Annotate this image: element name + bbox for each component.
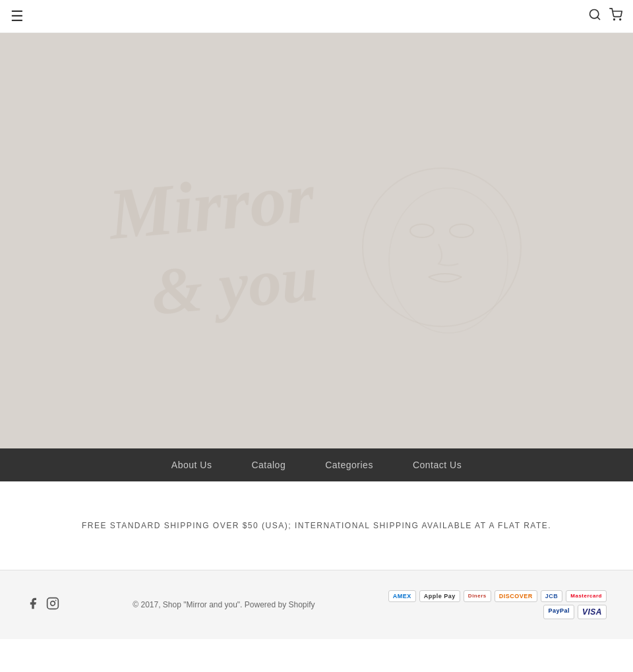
hero-watermark: Mirror & you — [0, 33, 633, 448]
header-left: ☰ — [11, 8, 24, 25]
payment-apple-pay: Apple Pay — [419, 590, 460, 602]
svg-text:& you: & you — [148, 241, 321, 329]
facebook-link[interactable] — [26, 597, 40, 613]
payment-methods: AMEX Apple Pay Diners DISCOVER JCB Maste… — [388, 590, 607, 619]
svg-text:Mirror: Mirror — [104, 156, 318, 255]
payment-jcb: JCB — [541, 590, 563, 602]
social-links — [26, 597, 59, 613]
hero-banner: Mirror & you — [0, 33, 633, 448]
svg-point-7 — [389, 188, 508, 333]
footer-copyright: © 2017, Shop "Mirror and you". Powered b… — [133, 600, 315, 609]
shopify-link[interactable]: Powered by Shopify — [245, 600, 315, 609]
nav-item-contact-us[interactable]: Contact Us — [413, 460, 462, 470]
header-right — [588, 8, 622, 24]
shipping-banner: FREE STANDARD SHIPPING OVER $50 (USA); I… — [0, 481, 633, 570]
payment-discover: DISCOVER — [495, 590, 537, 602]
svg-point-8 — [410, 224, 434, 237]
payment-mastercard: Mastercard — [566, 590, 607, 602]
copyright-text: © 2017, Shop "Mirror and you". — [133, 600, 242, 609]
search-icon[interactable] — [588, 8, 601, 24]
svg-line-1 — [597, 17, 600, 20]
svg-point-2 — [614, 19, 615, 20]
hamburger-menu-icon[interactable]: ☰ — [11, 8, 24, 25]
payment-paypal: PayPal — [543, 605, 574, 619]
payment-diners: Diners — [464, 590, 491, 602]
svg-rect-10 — [47, 597, 59, 609]
nav-item-about-us[interactable]: About Us — [171, 460, 212, 470]
svg-point-3 — [620, 19, 621, 20]
nav-item-catalog[interactable]: Catalog — [251, 460, 286, 470]
nav-item-categories[interactable]: Categories — [325, 460, 373, 470]
site-header: ☰ — [0, 0, 633, 33]
cart-icon[interactable] — [609, 8, 622, 24]
instagram-link[interactable] — [46, 597, 59, 613]
payment-amex: AMEX — [388, 590, 416, 602]
main-nav: About Us Catalog Categories Contact Us — [0, 448, 633, 481]
payment-visa: VISA — [578, 605, 607, 619]
shipping-text: FREE STANDARD SHIPPING OVER $50 (USA); I… — [13, 521, 620, 530]
svg-point-9 — [450, 224, 473, 237]
site-footer: © 2017, Shop "Mirror and you". Powered b… — [0, 570, 633, 639]
